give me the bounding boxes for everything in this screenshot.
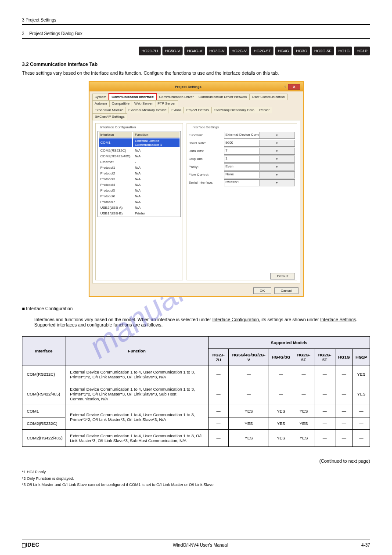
interface-table[interactable]: InterfaceFunctionCOM1External Device Com… [97, 131, 181, 217]
spec-func: External Device Communication 1 to 4, Us… [65, 383, 209, 405]
interface-row[interactable]: Protocol3N/A [99, 177, 180, 181]
iface-cell: COM2(RS232C) [99, 148, 132, 153]
func-cell: Printer [133, 211, 180, 216]
interface-row[interactable]: USB2(USB-A)N/A [99, 205, 180, 210]
combo-box[interactable]: 9600▾ [224, 140, 295, 147]
dialog-tab[interactable]: System [92, 94, 109, 100]
combo-box[interactable]: External Device Communication 1▾ [224, 132, 295, 139]
model-badge: HG5G-V [162, 47, 183, 55]
dialog-tab[interactable]: External Memory Device [126, 107, 169, 113]
dialog-tab[interactable]: FTP Server [155, 100, 178, 107]
chevron-down-icon[interactable]: ▾ [259, 164, 295, 170]
combo-value: 9600 [224, 140, 259, 146]
chevron-down-icon[interactable]: ▾ [259, 156, 295, 162]
default-button[interactable]: Default [270, 273, 295, 279]
func-cell: N/A [133, 182, 180, 187]
spec-cell: — [335, 405, 353, 417]
combo-value: 1 [224, 156, 259, 162]
doc-title: WindO/I-NV4 User's Manual [173, 543, 228, 548]
spec-cell: YES [353, 366, 370, 383]
combo-value: 7 [224, 148, 259, 154]
spec-col-header: Supported Models [209, 336, 370, 348]
interface-row[interactable]: COM2(RS232C)N/A [99, 148, 180, 153]
dialog-tab[interactable]: User Communication [249, 94, 288, 100]
chevron-down-icon[interactable]: ▾ [259, 148, 295, 154]
spec-cell: YES [229, 429, 269, 446]
spec-row: COM2(RS422/485)External Device Communica… [22, 429, 370, 446]
iface-cell: Protocol6 [99, 194, 132, 199]
spec-iface: COM(RS422/485) [22, 383, 65, 405]
settings-screenshot: Project Settings ? X SystemCommunication… [89, 81, 304, 297]
spec-cell: — [314, 417, 335, 429]
combo-box[interactable]: 7▾ [224, 148, 295, 155]
dialog-tab[interactable]: Communication Driver Network [196, 94, 250, 100]
spec-model-header: HG1G [335, 348, 353, 366]
dialog-tab[interactable]: BACnet/IP Settings [92, 113, 127, 120]
interface-row[interactable]: Protocol6N/A [99, 194, 180, 199]
dialog-tab[interactable]: Project Details [183, 107, 212, 113]
dialog-tab[interactable]: Font/Kanji Dictionary Data [211, 107, 257, 113]
dialog-tab[interactable]: Compatible [109, 100, 132, 107]
spec-col-header: Function [65, 336, 209, 366]
box-heading: ■ Interface Configuration [22, 305, 370, 312]
spec-cell: YES [269, 429, 293, 446]
field-label: Stop Bits: [189, 157, 224, 161]
spec-cell: — [335, 417, 353, 429]
spec-cell: YES [269, 417, 293, 429]
iface-cell: Protocol4 [99, 182, 132, 187]
spec-row: COM(RS232C)External Device Communication… [22, 366, 370, 383]
spec-row: COM1External Device Communication 1 to 4… [22, 405, 370, 417]
spec-model-header: HG4G/3G [269, 348, 293, 366]
chevron-down-icon[interactable]: ▾ [259, 132, 295, 138]
dialog-tab[interactable]: Web Server [132, 100, 155, 107]
chevron-down-icon[interactable]: ▾ [259, 180, 295, 186]
page-footer: IDEC WindO/I-NV4 User's Manual 4-37 [22, 540, 370, 548]
interface-spec-table: InterfaceFunctionSupported ModelsHG2J-7U… [22, 336, 370, 447]
interface-row[interactable]: Protocol5N/A [99, 188, 180, 193]
spec-cell: — [335, 366, 353, 383]
chevron-down-icon[interactable]: ▾ [259, 172, 295, 178]
logo: IDEC [22, 542, 40, 548]
cancel-button[interactable]: Cancel [274, 287, 298, 294]
dialog-tab[interactable]: Communication Interface [108, 93, 157, 100]
continued-label: (Continued to next page) [22, 457, 370, 465]
interface-row[interactable]: Ethernet- [99, 160, 180, 164]
interface-row[interactable]: Protocol2N/A [99, 171, 180, 176]
model-badge: HG3G [293, 47, 310, 55]
dialog-tab[interactable]: Printer [257, 107, 273, 113]
box-paragraph: Interfaces and functions vary based on t… [34, 317, 370, 327]
dialog-tab[interactable]: E-mail [169, 107, 184, 113]
interface-row[interactable]: Protocol4N/A [99, 182, 180, 187]
interface-row[interactable]: COM2(RS422/485)N/A [99, 154, 180, 159]
interface-row[interactable]: COM1External Device Communication 1 [99, 138, 180, 147]
spec-iface: COM2(RS232C) [22, 417, 65, 429]
interface-row[interactable]: Protocol7N/A [99, 200, 180, 204]
window-title: Project Settings [92, 85, 284, 89]
interface-row[interactable]: USB1(USB-B)Printer [99, 211, 180, 216]
dialog-tab[interactable]: Expansion Module [92, 107, 126, 113]
func-cell: N/A [133, 188, 180, 193]
spec-cell: — [353, 429, 370, 446]
combo-box[interactable]: None▾ [224, 171, 295, 178]
func-cell: - [133, 160, 180, 164]
combo-box[interactable]: 1▾ [224, 156, 295, 163]
close-icon[interactable]: X [288, 84, 300, 90]
func-cell: External Device Communication 1 [133, 138, 180, 147]
spec-cell: — [209, 429, 229, 446]
interface-row[interactable]: Protocol1N/A [99, 165, 180, 170]
field-label: Data Bits: [189, 149, 224, 153]
chevron-down-icon[interactable]: ▾ [259, 140, 295, 146]
func-cell: N/A [133, 148, 180, 153]
model-badge: HG4G-V [184, 47, 205, 55]
tab-strip: SystemCommunication InterfaceCommunicati… [90, 91, 303, 120]
spec-cell: — [229, 383, 269, 405]
ok-button[interactable]: OK [253, 287, 272, 294]
combo-box[interactable]: RS232C▾ [224, 179, 295, 186]
help-icon[interactable]: ? [284, 85, 286, 89]
spec-iface: COM(RS232C) [22, 366, 65, 383]
dialog-tab[interactable]: Autorun [92, 100, 110, 107]
combo-box[interactable]: Even▾ [224, 163, 295, 170]
dialog-tab[interactable]: Communication Driver [156, 94, 196, 100]
spec-func: External Device Communication 1 to 4, Us… [65, 366, 209, 383]
func-cell: N/A [133, 154, 180, 159]
